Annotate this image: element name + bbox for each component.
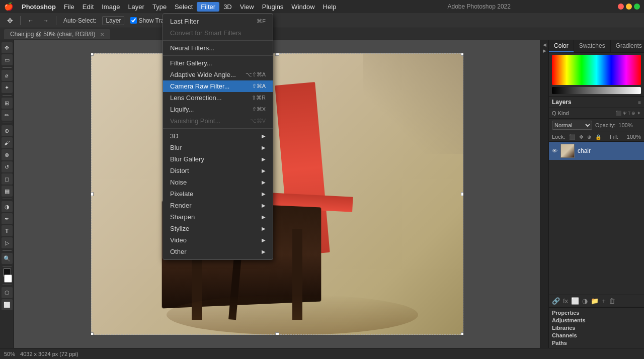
filter-convert-smart[interactable]: Convert for Smart Filters — [163, 27, 273, 39]
path-tool[interactable]: ▷ — [2, 237, 13, 248]
layers-title: Layers — [552, 99, 572, 106]
document-tab[interactable]: Chair.jpg @ 50% (chair, RGB/8) ✕ — [4, 29, 110, 39]
dodge-tool[interactable]: ◑ — [2, 201, 13, 212]
filter-3d[interactable]: 3D ▶ — [163, 130, 273, 142]
heal-tool[interactable]: ⊕ — [2, 125, 13, 136]
filter-gallery[interactable]: Filter Gallery... — [163, 57, 273, 69]
blend-mode-select[interactable]: Normal — [552, 121, 592, 130]
layers-panel-header: Layers ≡ — [549, 96, 644, 108]
layer-visibility-icon[interactable]: 👁 — [552, 148, 557, 154]
menu-type[interactable]: Type — [148, 2, 171, 12]
paths-header[interactable]: Paths — [552, 340, 641, 346]
adjustments-header[interactable]: Adjustments — [552, 317, 641, 323]
menu-layer[interactable]: Layer — [124, 2, 148, 12]
eyedropper-tool[interactable]: ✏ — [2, 110, 13, 121]
add-style-icon[interactable]: fx — [563, 297, 568, 305]
clone-tool[interactable]: ⊗ — [2, 149, 13, 160]
collapse-icon[interactable]: ◀ — [543, 42, 546, 47]
move-tool[interactable]: ✥ — [2, 42, 13, 53]
properties-header[interactable]: Properties — [552, 310, 641, 316]
filter-last-filter[interactable]: Last Filter ⌘F — [163, 16, 273, 27]
lock-all-icon[interactable]: 🔒 — [595, 134, 601, 140]
screen-mode-tool[interactable]: ⬜ — [2, 299, 13, 310]
lasso-tool[interactable]: ⌀ — [2, 70, 13, 81]
tab-gradients[interactable]: Gradients — [611, 40, 644, 52]
menu-window[interactable]: Window — [287, 2, 318, 12]
fill-value[interactable]: 100% — [627, 134, 641, 140]
menu-plugins[interactable]: Plugins — [258, 2, 288, 12]
add-layer-icon[interactable]: + — [602, 297, 606, 305]
menu-3d[interactable]: 3D — [219, 2, 236, 12]
gradient-tool[interactable]: ▦ — [2, 186, 13, 197]
delete-layer-icon[interactable]: 🗑 — [609, 297, 615, 305]
lock-artboard-icon[interactable]: ⊕ — [587, 134, 591, 140]
crop-tool[interactable]: ⊞ — [2, 98, 13, 109]
filter-render[interactable]: Render ▶ — [163, 200, 273, 211]
add-adjustment-icon[interactable]: ◑ — [582, 297, 588, 305]
layers-menu-icon[interactable]: ≡ — [638, 100, 641, 105]
tab-swatches[interactable]: Swatches — [574, 40, 611, 52]
filter-pixelate[interactable]: Pixelate ▶ — [163, 188, 273, 200]
app-title: Adobe Photoshop 2022 — [447, 3, 510, 10]
menu-view[interactable]: View — [236, 2, 258, 12]
tab-close-icon[interactable]: ✕ — [100, 32, 104, 37]
menu-photoshop[interactable]: Photoshop — [18, 2, 60, 12]
lock-position-icon[interactable]: ✥ — [579, 134, 583, 140]
filter-stylize[interactable]: Stylize ▶ — [163, 223, 273, 234]
menu-select[interactable]: Select — [171, 2, 197, 12]
wand-tool[interactable]: ✦ — [2, 82, 13, 93]
layer-item-chair[interactable]: 👁 chair — [549, 142, 644, 160]
brush-tool[interactable]: 🖌 — [2, 137, 13, 148]
filter-blur[interactable]: Blur ▶ — [163, 142, 273, 153]
history-tool[interactable]: ↺ — [2, 161, 13, 172]
expand-icon[interactable]: ▶ — [543, 48, 546, 53]
kind-filter-icons[interactable]: ⬛ Ψ T ⊕ ✦ — [616, 111, 641, 116]
blend-mode-row: Normal Opacity: 100% — [549, 119, 644, 132]
menu-help[interactable]: Help — [319, 2, 341, 12]
window-minimize[interactable] — [626, 4, 632, 10]
type-tool[interactable]: T — [2, 225, 13, 236]
filter-adaptive-wide[interactable]: Adaptive Wide Angle... ⌥⇧⌘A — [163, 69, 273, 80]
autoselect-dropdown[interactable]: Layer — [102, 16, 124, 25]
lock-row: Lock: ⬛ ✥ ⊕ 🔒 Fill: 100% — [549, 132, 644, 142]
channels-header[interactable]: Channels — [552, 332, 641, 338]
background-color[interactable] — [4, 275, 12, 283]
menu-filter[interactable]: Filter — [197, 2, 219, 12]
pen-tool[interactable]: ✒ — [2, 213, 13, 224]
filter-distort[interactable]: Distort ▶ — [163, 165, 273, 176]
opacity-value[interactable]: 100% — [618, 122, 632, 128]
menu-file[interactable]: File — [60, 2, 78, 12]
filter-other[interactable]: Other ▶ — [163, 246, 273, 257]
filter-lens-correction[interactable]: Lens Correction... ⇧⌘R — [163, 92, 273, 104]
libraries-header[interactable]: Libraries — [552, 325, 641, 331]
filter-neural[interactable]: Neural Filters... — [163, 42, 273, 54]
zoom-tool[interactable]: 🔍 — [2, 253, 13, 264]
add-mask-icon[interactable]: ⬜ — [571, 297, 579, 305]
divider-2 — [163, 55, 273, 56]
link-layers-icon[interactable]: 🔗 — [552, 297, 560, 305]
left-tools-panel: ✥ ▭ ⌀ ✦ ⊞ ✏ ⊕ 🖌 ⊗ ↺ ◻ ▦ ◑ ✒ T ▷ 🔍 ⬡ ⬜ — [0, 40, 14, 348]
filter-video[interactable]: Video ▶ — [163, 234, 273, 246]
filter-sharpen[interactable]: Sharpen ▶ — [163, 211, 273, 223]
quick-mask-tool[interactable]: ⬡ — [2, 287, 13, 298]
canvas-image — [91, 53, 463, 335]
forward-button[interactable]: → — [40, 16, 52, 25]
tab-color[interactable]: Color — [549, 40, 574, 52]
window-maximize[interactable] — [634, 4, 640, 10]
filter-liquify[interactable]: Liquify... ⇧⌘X — [163, 104, 273, 115]
window-close[interactable] — [618, 4, 624, 10]
eraser-tool[interactable]: ◻ — [2, 173, 13, 185]
apple-menu[interactable]: 🍎 — [4, 2, 14, 11]
right-panel-tabs: Color Swatches Gradients Patterns — [549, 40, 644, 53]
move-tool-icon[interactable]: ✥ — [4, 16, 16, 26]
marquee-tool[interactable]: ▭ — [2, 54, 13, 65]
back-button[interactable]: ← — [25, 16, 37, 25]
filter-camera-raw[interactable]: Camera Raw Filter... ⇧⌘A — [163, 80, 273, 92]
add-group-icon[interactable]: 📁 — [591, 297, 599, 305]
filter-noise[interactable]: Noise ▶ — [163, 176, 273, 188]
menu-image[interactable]: Image — [98, 2, 124, 12]
filter-blur-gallery[interactable]: Blur Gallery ▶ — [163, 153, 273, 165]
menu-edit[interactable]: Edit — [78, 2, 98, 12]
lock-pixels-icon[interactable]: ⬛ — [569, 134, 575, 140]
divider-3 — [163, 128, 273, 129]
